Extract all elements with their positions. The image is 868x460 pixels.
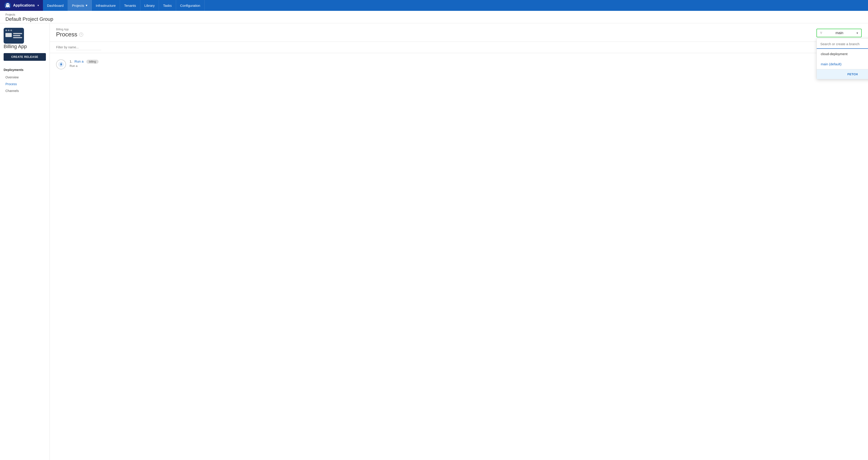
- filter-row: ▼ ADVANCED FILTERS: [50, 42, 868, 53]
- top-nav: Applications ▾ Dashboard Projects ▾ Infr…: [0, 0, 868, 11]
- filter-input[interactable]: [56, 44, 101, 50]
- sidebar: Billing App CREATE RELEASE Deployments O…: [0, 23, 50, 460]
- fetch-button[interactable]: FETCH: [817, 69, 868, 79]
- process-item-content: 1. Run a billing Run a: [70, 59, 862, 68]
- process-item-title[interactable]: Run a: [74, 59, 84, 63]
- lightning-icon: [58, 62, 64, 67]
- icon-rect-big: [5, 33, 12, 37]
- branch-option-main-default[interactable]: main (default): [817, 59, 868, 69]
- process-subtitle: Billing App: [56, 28, 83, 31]
- nav-tasks[interactable]: Tasks: [159, 0, 176, 11]
- projects-chevron-icon: ▾: [86, 3, 88, 7]
- breadcrumb-parent: Projects: [5, 13, 863, 16]
- svg-point-3: [8, 4, 9, 5]
- content-area: Billing App Process ? ⑂ main ▾: [50, 23, 868, 460]
- nav-dashboard[interactable]: Dashboard: [43, 0, 68, 11]
- create-release-button[interactable]: CREATE RELEASE: [4, 53, 46, 61]
- process-item-number: 1.: [70, 60, 72, 63]
- icon-lines: [13, 33, 22, 38]
- brand-chevron-icon: ▾: [37, 4, 39, 7]
- process-title-row: Process ?: [56, 31, 83, 38]
- sidebar-item-channels[interactable]: Channels: [4, 88, 46, 94]
- nav-brand[interactable]: Applications ▾: [0, 0, 43, 11]
- branch-search-input[interactable]: [820, 42, 868, 46]
- main-layout: Billing App CREATE RELEASE Deployments O…: [0, 23, 868, 460]
- icon-circle-2: [8, 30, 9, 31]
- help-icon[interactable]: ?: [79, 33, 83, 37]
- branch-dropdown-button[interactable]: ⑂ main ▾: [816, 29, 862, 37]
- branch-chevron-icon: ▾: [857, 31, 858, 35]
- octopus-logo-icon: [4, 2, 11, 9]
- branch-dropdown-wrapper: ⑂ main ▾: [816, 29, 862, 37]
- table-row: 1. Run a billing Run a: [56, 57, 862, 72]
- process-item-title-row: 1. Run a billing: [70, 59, 862, 64]
- git-branch-icon: ⑂: [820, 31, 822, 35]
- branch-search-row: [817, 38, 868, 49]
- process-header: Billing App Process ? ⑂ main ▾: [50, 23, 868, 42]
- sidebar-item-overview[interactable]: Overview: [4, 74, 46, 81]
- breadcrumb: Projects Default Project Group: [0, 11, 868, 23]
- icon-top-bar: [5, 30, 22, 31]
- branch-option-cloud-deployment[interactable]: cloud-deployment: [817, 49, 868, 59]
- icon-line-3: [13, 37, 22, 38]
- process-main-title: Process: [56, 31, 77, 38]
- nav-library[interactable]: Library: [141, 0, 159, 11]
- svg-point-1: [6, 3, 9, 7]
- page-title: Default Project Group: [5, 16, 863, 22]
- app-icon: [4, 28, 24, 43]
- icon-line-1: [13, 33, 22, 34]
- process-item-icon: [56, 59, 66, 69]
- process-title-group: Billing App Process ?: [56, 28, 83, 38]
- nav-tenants[interactable]: Tenants: [120, 0, 141, 11]
- brand-label: Applications: [13, 3, 35, 7]
- icon-body-row: [5, 33, 22, 38]
- nav-projects[interactable]: Projects ▾: [68, 0, 92, 11]
- nav-items: Dashboard Projects ▾ Infrastructure Tena…: [43, 0, 205, 11]
- branch-selected-label: main: [824, 31, 855, 35]
- process-item-tag: billing: [86, 60, 99, 64]
- process-list: 1. Run a billing Run a: [50, 53, 868, 76]
- nav-configuration[interactable]: Configuration: [176, 0, 205, 11]
- sidebar-app-name: Billing App: [4, 43, 46, 50]
- icon-circle-1: [5, 30, 7, 31]
- deployments-section-title: Deployments: [4, 68, 46, 72]
- icon-line-2: [13, 35, 20, 36]
- svg-point-2: [6, 4, 7, 5]
- sidebar-item-process[interactable]: Process: [4, 81, 46, 88]
- branch-dropdown-menu: cloud-deployment main (default) FETCH: [816, 38, 868, 79]
- process-item-desc: Run a: [70, 64, 862, 68]
- nav-infrastructure[interactable]: Infrastructure: [92, 0, 120, 11]
- icon-circle-3: [10, 30, 12, 31]
